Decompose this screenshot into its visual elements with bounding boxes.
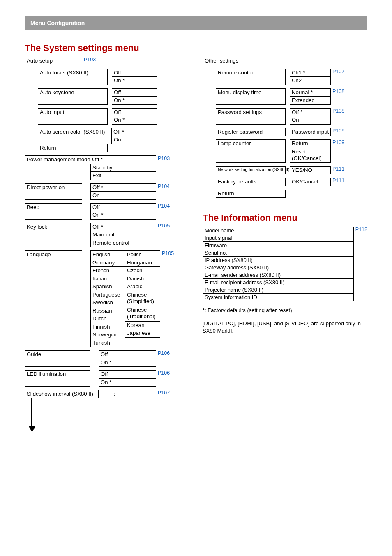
- language-label: Language: [25, 250, 82, 347]
- auto-keystone-opt-0: Off: [112, 88, 157, 97]
- lamp-opt-1: Reset (OK/Cancel): [290, 148, 331, 163]
- lang-opt: Russian: [90, 307, 125, 315]
- register-pw-link[interactable]: P109: [331, 128, 344, 134]
- factory-link[interactable]: P111: [331, 178, 344, 183]
- register-pw-label: Register password: [216, 128, 286, 137]
- lamp-link[interactable]: P109: [331, 139, 344, 145]
- info-row: Input signal: [203, 234, 354, 242]
- info-row: E-mail recipient address (SX80 II): [203, 279, 354, 286]
- beep-opt-0: Off: [90, 203, 156, 212]
- lang-opt: Germany: [90, 259, 125, 267]
- direct-power-opt-1: On: [90, 192, 156, 200]
- language-col2: Polish Hungarian Czech Danish Arabic Chi…: [125, 250, 160, 347]
- led-opt-1: On *: [99, 379, 156, 387]
- lang-opt: English: [90, 250, 125, 259]
- info-row: E-mail sender address (SX80 II): [203, 271, 354, 279]
- lang-opt: Italian: [90, 275, 125, 283]
- info-row: Gateway address (SX80 II): [203, 264, 354, 271]
- other-return: Return: [216, 190, 286, 198]
- lang-opt: Korean: [125, 322, 160, 330]
- auto-input-label: Auto input: [38, 108, 108, 125]
- remote-link[interactable]: P107: [331, 69, 344, 74]
- auto-focus-opt-1: On *: [112, 77, 157, 85]
- led-link[interactable]: P106: [156, 370, 170, 376]
- net-init-label: Network setting Initialization (SX80 II): [216, 166, 286, 175]
- direct-power-link[interactable]: P104: [156, 183, 170, 189]
- factory-val: OK/Cancel: [290, 178, 331, 186]
- direct-power-label: Direct power on: [25, 183, 82, 200]
- power-mgmt-label: Power management mode: [25, 155, 90, 180]
- power-mgmt-opt-2: Exit: [90, 172, 156, 180]
- info-link[interactable]: P112: [354, 227, 367, 232]
- auto-keystone-opt-1: On *: [112, 97, 157, 105]
- power-mgmt-opt-1: Standby: [90, 164, 156, 172]
- password-link[interactable]: P108: [331, 108, 344, 114]
- info-row: Projector name (SX80 II): [203, 286, 354, 294]
- lang-opt: Czech: [125, 267, 160, 275]
- info-row: System information ID: [203, 294, 354, 301]
- slideshow-link[interactable]: P107: [156, 390, 170, 396]
- guide-opt-0: Off: [99, 350, 156, 359]
- lang-opt: Dutch: [90, 315, 125, 323]
- info-row: Model name: [203, 227, 354, 234]
- key-lock-opt-0: Off *: [90, 223, 156, 232]
- beep-link[interactable]: P104: [156, 203, 170, 209]
- lang-opt: Arabic: [125, 283, 160, 291]
- beep-label: Beep: [25, 203, 82, 220]
- menu-time-opt-1: Extended: [290, 97, 331, 105]
- slideshow-label: Slideshow interval (SX80 II): [25, 390, 99, 398]
- lang-opt: Danish: [125, 275, 160, 283]
- led-label: LED illumination: [25, 370, 90, 387]
- menu-time-opt-0: Normal *: [290, 88, 331, 97]
- information-table: Model name Input signal Firmware Serial …: [203, 227, 354, 301]
- lang-opt: Chinese (Traditional): [125, 306, 160, 322]
- auto-setup-label: Auto setup: [25, 57, 82, 65]
- password-label: Password settings: [216, 108, 286, 125]
- section-heading-system: The System settings menu: [25, 43, 367, 53]
- power-mgmt-opt-0: Off *: [90, 155, 156, 164]
- auto-input-opt-1: On *: [112, 116, 157, 125]
- menu-time-label: Menu display time: [216, 88, 286, 105]
- auto-focus-opt-0: Off: [112, 69, 157, 77]
- key-lock-opt-2: Remote control: [90, 239, 156, 248]
- password-opt-1: On: [290, 116, 331, 125]
- key-lock-opt-1: Main unit: [90, 231, 156, 239]
- footnote-support: [DIGITAL PC], [HDMI], [USB], and [S-VIDE…: [203, 320, 367, 335]
- direct-power-opt-0: Off *: [90, 183, 156, 192]
- lang-opt: Spanish: [90, 283, 125, 291]
- lang-opt: Polish: [125, 250, 160, 259]
- language-link[interactable]: P105: [160, 250, 174, 256]
- slideshow-val: – – : – –: [103, 390, 156, 398]
- breadcrumb-header: Menu Configuration: [25, 16, 367, 30]
- continuation-arrow-icon: [29, 426, 35, 432]
- beep-opt-1: On *: [90, 211, 156, 220]
- key-lock-link[interactable]: P105: [156, 223, 170, 229]
- led-opt-0: Off: [99, 370, 156, 379]
- auto-setup-link[interactable]: P103: [82, 57, 96, 63]
- auto-focus-label: Auto focus (SX80 II): [38, 69, 108, 85]
- auto-input-opt-0: Off: [112, 108, 157, 117]
- lamp-opt-0: Return: [290, 139, 331, 148]
- auto-setup-return: Return: [38, 144, 108, 153]
- other-settings-label: Other settings: [203, 57, 260, 65]
- lang-opt: Hungarian: [125, 259, 160, 267]
- footnote-defaults: *: Factory defaults (setting after reset…: [203, 307, 367, 314]
- factory-label: Factory defaults: [216, 178, 286, 186]
- menu-time-link[interactable]: P108: [331, 88, 344, 94]
- lang-opt: Japanese: [125, 329, 160, 338]
- net-init-link[interactable]: P111: [331, 166, 344, 172]
- language-col1: English Germany French Italian Spanish P…: [90, 250, 125, 347]
- guide-opt-1: On *: [99, 359, 156, 367]
- auto-screen-color-opt-1: On: [112, 136, 157, 144]
- net-init-val: YES/NO: [290, 166, 331, 175]
- left-column: Auto setup P103 Auto focus (SX80 II) Off…: [25, 57, 189, 432]
- power-mgmt-link[interactable]: P103: [156, 155, 170, 161]
- guide-link[interactable]: P106: [156, 350, 170, 356]
- remote-label: Remote control: [216, 69, 286, 85]
- password-opt-0: Off *: [290, 108, 331, 117]
- info-row: Serial no.: [203, 249, 354, 257]
- lang-opt: Chinese (Simplified): [125, 291, 160, 306]
- auto-keystone-label: Auto keystone: [38, 88, 108, 105]
- register-pw-val: Password input: [290, 128, 331, 137]
- lang-opt: Swedish: [90, 299, 125, 307]
